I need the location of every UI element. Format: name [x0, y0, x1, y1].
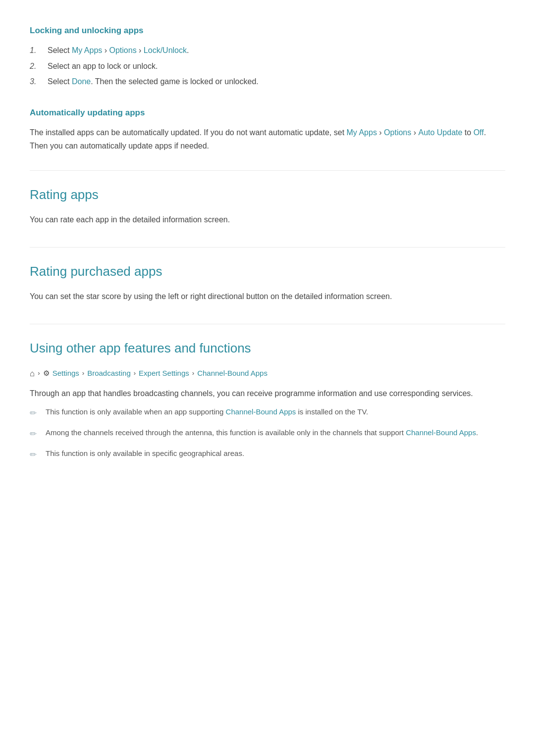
- settings-gear-icon: ⚙: [43, 367, 50, 379]
- locking-section: Locking and unlocking apps 1. Select My …: [30, 24, 505, 88]
- step-1-text: Select My Apps › Options › Lock/Unlock.: [48, 44, 189, 57]
- other-features-section: Using other app features and functions ⌂…: [30, 338, 505, 462]
- rating-apps-body: You can rate each app in the detailed in…: [30, 213, 505, 226]
- locking-step-1: 1. Select My Apps › Options › Lock/Unloc…: [30, 44, 505, 57]
- channel-bound-link-2[interactable]: Channel-Bound Apps: [406, 428, 476, 437]
- auto-update-link[interactable]: Auto Update: [418, 128, 462, 137]
- notes-list: ✏ This function is only available when a…: [30, 406, 505, 462]
- auto-update-heading: Automatically updating apps: [30, 106, 505, 119]
- note-text-1: This function is only available when an …: [46, 406, 368, 418]
- auto-update-body: The installed apps can be automatically …: [30, 126, 505, 152]
- note-text-2: Among the channels received through the …: [46, 427, 478, 439]
- my-apps-link-1[interactable]: My Apps: [72, 46, 102, 54]
- expert-settings-breadcrumb-link[interactable]: Expert Settings: [139, 367, 189, 379]
- my-apps-link-2[interactable]: My Apps: [347, 128, 377, 137]
- other-features-heading: Using other app features and functions: [30, 338, 505, 359]
- divider-3: [30, 324, 505, 324]
- settings-breadcrumb-link[interactable]: Settings: [53, 367, 79, 379]
- locking-step-2: 2. Select an app to lock or unlock.: [30, 60, 505, 73]
- step-num-2: 2.: [30, 60, 48, 73]
- note-icon-2: ✏: [30, 427, 40, 441]
- bc-sep-1: ›: [38, 368, 40, 379]
- rating-apps-section: Rating apps You can rate each app in the…: [30, 185, 505, 226]
- rating-apps-heading: Rating apps: [30, 185, 505, 205]
- locking-step-3: 3. Select Done. Then the selected game i…: [30, 75, 505, 88]
- channel-bound-link-1[interactable]: Channel-Bound Apps: [226, 407, 296, 416]
- note-item-2: ✏ Among the channels received through th…: [30, 427, 505, 441]
- bc-sep-4: ›: [192, 368, 194, 379]
- step-num-3: 3.: [30, 75, 48, 88]
- step-3-text: Select Done. Then the selected game is l…: [48, 75, 259, 88]
- divider-1: [30, 170, 505, 171]
- broadcasting-breadcrumb-link[interactable]: Broadcasting: [87, 367, 131, 379]
- options-link-2[interactable]: Options: [384, 128, 411, 137]
- done-link[interactable]: Done: [72, 77, 91, 86]
- breadcrumb: ⌂ › ⚙ Settings › Broadcasting › Expert S…: [30, 367, 505, 380]
- rating-purchased-section: Rating purchased apps You can set the st…: [30, 261, 505, 303]
- other-features-intro: Through an app that handles broadcasting…: [30, 387, 505, 400]
- bc-sep-3: ›: [134, 368, 136, 379]
- note-item-3: ✏ This function is only available in spe…: [30, 448, 505, 461]
- locking-heading: Locking and unlocking apps: [30, 24, 505, 37]
- divider-2: [30, 247, 505, 248]
- step-2-text: Select an app to lock or unlock.: [48, 60, 158, 73]
- off-link[interactable]: Off: [474, 128, 484, 137]
- step-num-1: 1.: [30, 44, 48, 57]
- rating-purchased-body: You can set the star score by using the …: [30, 290, 505, 303]
- note-item-1: ✏ This function is only available when a…: [30, 406, 505, 420]
- rating-purchased-heading: Rating purchased apps: [30, 261, 505, 282]
- home-icon: ⌂: [30, 367, 35, 380]
- auto-update-section: Automatically updating apps The installe…: [30, 106, 505, 152]
- locking-steps-list: 1. Select My Apps › Options › Lock/Unloc…: [30, 44, 505, 88]
- options-link-1[interactable]: Options: [109, 46, 137, 54]
- channel-bound-breadcrumb-link[interactable]: Channel-Bound Apps: [197, 367, 268, 379]
- note-text-3: This function is only available in speci…: [46, 448, 244, 459]
- note-icon-1: ✏: [30, 406, 40, 420]
- note-icon-3: ✏: [30, 448, 40, 461]
- lock-unlock-link[interactable]: Lock/Unlock: [144, 46, 187, 54]
- bc-sep-2: ›: [82, 368, 84, 379]
